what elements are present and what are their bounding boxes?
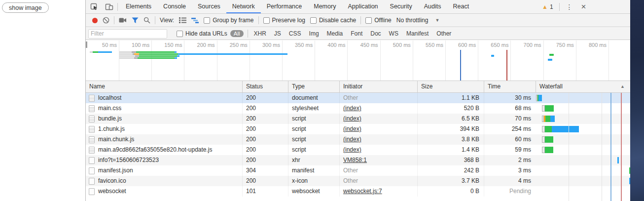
filter-all-pill[interactable]: All xyxy=(230,30,244,37)
cell-size: 1.1 KB xyxy=(417,93,484,103)
column-header-size[interactable]: Size xyxy=(417,81,484,92)
table-row[interactable]: favicon.ico200x-iconOther3.7 KB4 ms xyxy=(86,176,630,186)
cell-size: 0 B xyxy=(417,186,484,197)
initiator-link[interactable]: (index) xyxy=(343,115,361,122)
request-rows: localhost200documentOther1.1 KB30 msmain… xyxy=(86,93,630,201)
overview-request-bar xyxy=(175,51,177,53)
throttling-select[interactable]: No throttling ▼ xyxy=(396,17,440,24)
tab-react[interactable]: React xyxy=(447,0,475,13)
initiator-link[interactable]: (index) xyxy=(343,136,361,143)
group-by-frame-checkbox[interactable]: Group by frame xyxy=(204,17,253,24)
sort-ascending-icon[interactable]: ▲ xyxy=(620,81,625,92)
filter-type-manifest[interactable]: Manifest xyxy=(406,30,429,37)
disable-cache-checkbox[interactable]: Disable cache xyxy=(310,17,356,24)
waterfall-bar xyxy=(545,116,550,122)
hide-data-urls-checkbox[interactable]: Hide data URLs xyxy=(177,30,227,37)
initiator-link[interactable]: (index) xyxy=(343,125,361,132)
list-view-icon xyxy=(179,17,186,23)
divider xyxy=(360,16,361,24)
divider xyxy=(117,3,118,11)
tab-application[interactable]: Application xyxy=(342,0,384,13)
filter-toggle-button[interactable] xyxy=(132,17,139,24)
filter-type-media[interactable]: Media xyxy=(327,30,343,37)
console-warning-badge[interactable]: ▲ 1 xyxy=(542,3,553,10)
document-icon xyxy=(89,95,95,102)
table-row[interactable]: main.chunk.js200script(index)3.8 KB60 ms xyxy=(86,134,630,145)
inspect-element-icon[interactable] xyxy=(88,0,101,13)
request-name: main.css xyxy=(98,103,121,114)
tab-elements[interactable]: Elements xyxy=(120,0,157,13)
table-row[interactable]: websocket101websocketwebsocket.js:70 BPe… xyxy=(86,186,630,197)
table-row[interactable]: main.a9cd8662fa635055e820.hot-update.js2… xyxy=(86,145,630,155)
overview-tick-label: 350 ms xyxy=(278,42,313,48)
initiator-link[interactable]: VM858:1 xyxy=(343,157,367,163)
cell-initiator: (index) xyxy=(339,145,417,155)
filter-input[interactable] xyxy=(88,29,167,39)
filter-type-css[interactable]: CSS xyxy=(289,30,301,37)
column-header-name[interactable]: Name xyxy=(86,81,242,92)
filter-type-font[interactable]: Font xyxy=(351,30,362,37)
tab-sources[interactable]: Sources xyxy=(192,0,226,13)
table-row[interactable]: bundle.js200script(index)6.5 KB70 ms xyxy=(86,114,630,124)
tab-memory[interactable]: Memory xyxy=(308,0,342,13)
cell-time: 70 ms xyxy=(484,114,536,124)
offline-label: Offline xyxy=(374,17,391,24)
overview-request-bar xyxy=(119,57,134,59)
column-header-time[interactable]: Time xyxy=(484,81,536,92)
filter-type-xhr[interactable]: XHR xyxy=(254,30,266,37)
more-options-icon[interactable]: ⋮ xyxy=(562,3,577,11)
network-overview-pane[interactable]: 50 ms100 ms150 ms200 ms250 ms300 ms350 m… xyxy=(86,40,630,81)
tab-audits[interactable]: Audits xyxy=(418,0,447,13)
table-row[interactable]: localhost200documentOther1.1 KB30 ms xyxy=(86,93,630,103)
overview-tick-label: 650 ms xyxy=(474,42,508,48)
overview-request-bar xyxy=(119,55,135,57)
filter-type-doc[interactable]: Doc xyxy=(370,30,381,37)
record-button[interactable] xyxy=(92,18,98,23)
clear-button[interactable] xyxy=(103,17,109,24)
tab-security[interactable]: Security xyxy=(384,0,418,13)
filter-type-js[interactable]: JS xyxy=(274,30,281,37)
column-header-type[interactable]: Type xyxy=(288,81,339,92)
cell-time: 68 ms xyxy=(484,103,536,114)
offline-checkbox[interactable]: Offline xyxy=(365,17,391,24)
table-row[interactable]: manifest.json304manifestOther242 B3 ms xyxy=(86,165,630,176)
filter-type-img[interactable]: Img xyxy=(309,30,319,37)
cell-name: main.css xyxy=(86,103,242,114)
overview-request-bar xyxy=(139,53,178,55)
filter-type-other[interactable]: Other xyxy=(436,30,451,37)
table-row[interactable]: 1.chunk.js200script(index)394 KB254 ms xyxy=(86,124,630,134)
resource-icon xyxy=(89,157,95,164)
resource-icon xyxy=(89,188,95,195)
screenshot-capture-button[interactable] xyxy=(119,17,127,23)
cell-size: 3.8 KB xyxy=(417,134,484,145)
column-header-initiator[interactable]: Initiator xyxy=(339,81,417,92)
column-header-status[interactable]: Status xyxy=(242,81,288,92)
overview-tick-label: 500 ms xyxy=(376,42,411,48)
filter-type-ws[interactable]: WS xyxy=(389,30,398,37)
overview-request-bar xyxy=(136,51,175,53)
tab-console[interactable]: Console xyxy=(157,0,192,13)
show-overview-button[interactable] xyxy=(191,18,199,23)
initiator-link[interactable]: (index) xyxy=(343,105,361,112)
tab-network[interactable]: Network xyxy=(226,0,261,13)
cell-time: 60 ms xyxy=(484,134,536,145)
document-icon xyxy=(89,105,95,112)
table-row[interactable]: main.css200stylesheet(index)520 B68 ms xyxy=(86,103,630,114)
cell-type: xhr xyxy=(288,155,339,165)
device-toolbar-icon[interactable] xyxy=(103,0,115,13)
search-button[interactable] xyxy=(143,17,150,24)
cell-time: 59 ms xyxy=(484,145,536,155)
preserve-log-checkbox[interactable]: Preserve log xyxy=(263,17,305,24)
show-image-button[interactable]: show image xyxy=(2,2,49,13)
overview-tick-label: 200 ms xyxy=(180,42,215,48)
cell-name: main.chunk.js xyxy=(86,134,242,145)
use-large-rows-button[interactable] xyxy=(179,17,186,23)
view-label: View: xyxy=(160,17,174,24)
column-header-waterfall[interactable]: Waterfall ▲ xyxy=(536,81,630,92)
close-devtools-icon[interactable]: × xyxy=(577,0,590,13)
initiator-link[interactable]: (index) xyxy=(343,146,361,153)
initiator-link[interactable]: websocket.js:7 xyxy=(343,188,382,195)
request-name: favicon.ico xyxy=(98,176,126,186)
tab-performance[interactable]: Performance xyxy=(261,0,308,13)
table-row[interactable]: info?t=1560606723523200xhrVM858:1368 B2 … xyxy=(86,155,630,165)
